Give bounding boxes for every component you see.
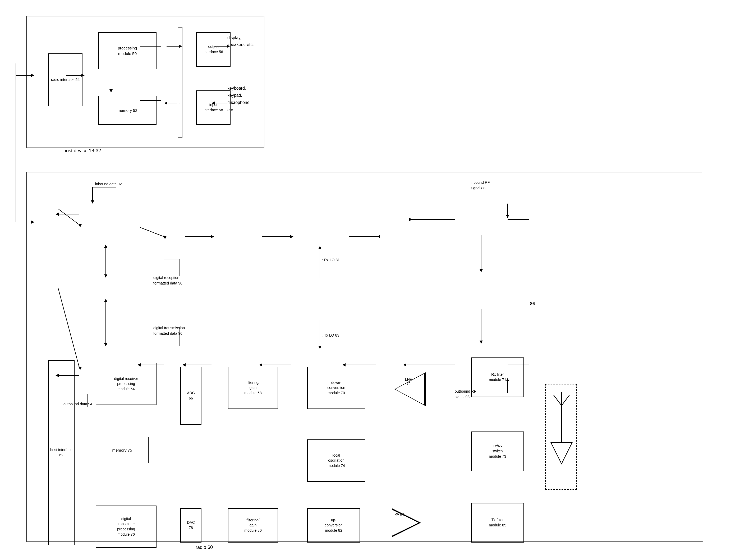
adc-label: ADC66	[187, 391, 195, 401]
adc-box: ADC66	[180, 367, 201, 425]
tx-rx-switch-box: Tx/Rxswitchmodule 73	[471, 432, 524, 471]
input-interface-label: inputinterface 58	[204, 102, 223, 113]
lna-label: LNA72	[405, 377, 412, 386]
svg-line-2	[554, 395, 562, 406]
rx-filter-label: Rx filtermodule 71	[489, 372, 506, 382]
tx-filter-label: Tx filtermodule 85	[489, 517, 506, 528]
antenna-box	[545, 384, 577, 490]
bus-bar	[178, 27, 182, 138]
tx-lo-label: ↓ Tx LO 83	[321, 333, 339, 337]
local-oscillation-label: localoscillationmodule 74	[328, 453, 345, 469]
display-label: display,speakers, etc.	[227, 34, 254, 48]
up-conversion-label: up-conversionmodule 82	[325, 518, 343, 533]
outbound-data-label: outbound data 94	[63, 402, 92, 406]
down-conversion-label: down-conversionmodule 70	[327, 380, 345, 396]
digital-transmitter-box: digitaltransmitterprocessingmodule 76	[96, 506, 157, 548]
tx-rx-switch-label: Tx/Rxswitchmodule 73	[489, 444, 506, 459]
rx-lo-label: ↑ Rx LO 81	[321, 258, 340, 262]
output-interface-label: outputinterface 56	[204, 44, 223, 54]
svg-line-4	[562, 395, 569, 406]
radio-box: host interface 62 digital receiverproces…	[26, 172, 703, 542]
inbound-rf-label: inbound RFsignal 88	[471, 180, 490, 191]
antenna-symbol-svg	[546, 384, 577, 490]
pa-label: PA 84	[394, 512, 404, 516]
outbound-rf-label: outbound RFsignal 98	[455, 389, 476, 400]
rx-filter-box: Rx filtermodule 71	[471, 357, 524, 397]
local-oscillation-box: localoscillationmodule 74	[307, 439, 365, 482]
digital-transmitter-label: digitaltransmitterprocessingmodule 76	[117, 516, 135, 537]
filtering-gain-80-box: filtering/gainmodule 80	[228, 508, 278, 543]
dac-box: DAC78	[180, 508, 201, 543]
inbound-data-label: inbound data 92	[95, 182, 122, 186]
radio-label: radio 60	[196, 545, 213, 550]
radio-interface-label: radio interface 54	[51, 77, 80, 82]
input-interface-box: inputinterface 58	[196, 90, 231, 125]
radio-interface-box: radio interface 54	[48, 53, 82, 106]
antenna-number-label: 86	[530, 301, 535, 306]
svg-marker-1	[551, 443, 572, 464]
digital-receiver-box: digital receiverprocessingmodule 64	[96, 363, 157, 405]
digital-reception-label: digital receptionformatted data 90	[153, 275, 182, 286]
processing-module-box: processingmodule 50	[98, 32, 157, 69]
memory-52-label: memory 52	[117, 108, 137, 113]
digital-receiver-label: digital receiverprocessingmodule 64	[114, 376, 138, 392]
diagram-container: radio interface 54 processingmodule 50 m…	[11, 11, 719, 555]
keyboard-label: keyboard,keypad,microphone,etc.	[227, 85, 251, 113]
host-interface-label: host interface 62	[49, 447, 74, 458]
processing-module-label: processingmodule 50	[118, 45, 137, 56]
filtering-gain-68-label: filtering/gainmodule 68	[244, 380, 261, 396]
filtering-gain-68-box: filtering/gainmodule 68	[228, 367, 278, 409]
memory-52-box: memory 52	[98, 96, 157, 125]
tx-filter-box: Tx filtermodule 85	[471, 503, 524, 543]
down-conversion-box: down-conversionmodule 70	[307, 367, 365, 409]
filtering-gain-80-label: filtering/gainmodule 80	[244, 518, 261, 533]
digital-transmission-label: digital transmissionformatted data 96	[153, 325, 185, 336]
memory-75-label: memory 75	[112, 447, 132, 453]
host-interface-box: host interface 62	[48, 360, 75, 545]
dac-label: DAC78	[187, 520, 195, 530]
up-conversion-box: up-conversionmodule 82	[307, 508, 360, 543]
output-interface-box: outputinterface 56	[196, 32, 231, 67]
memory-75-box: memory 75	[96, 437, 149, 463]
host-device-label: host device 18-32	[63, 148, 101, 154]
